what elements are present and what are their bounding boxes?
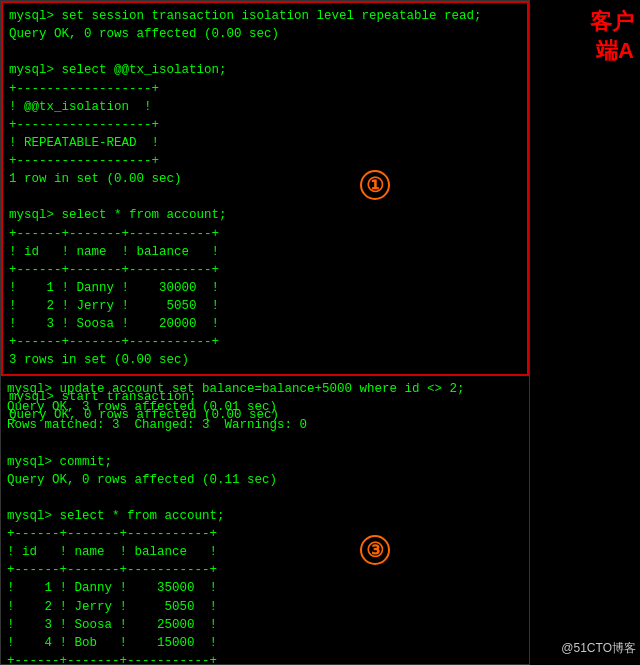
- terminal-line: +------+-------+-----------+: [9, 225, 521, 243]
- main-container: mysql> set session transaction isolation…: [0, 0, 640, 665]
- terminal-line: ! @@tx_isolation !: [9, 98, 521, 116]
- terminal-line: mysql> select * from account;: [7, 507, 523, 525]
- terminal-line: ! 1 ! Danny ! 30000 !: [9, 279, 521, 297]
- terminal-line: mysql> select * from account;: [9, 206, 521, 224]
- terminal-line: [7, 489, 523, 507]
- circle-label-3: ③: [360, 535, 390, 565]
- bottom-terminal-output: mysql> update account set balance=balanc…: [7, 380, 523, 665]
- terminal-line: [9, 188, 521, 206]
- terminal-line: Rows matched: 3 Changed: 3 Warnings: 0: [7, 416, 523, 434]
- terminal-line: ! id ! name ! balance !: [9, 243, 521, 261]
- terminal-line: +------+-------+-----------+: [7, 561, 523, 579]
- terminal-line: Query OK, 0 rows affected (0.00 sec): [9, 25, 521, 43]
- terminal-line: ! 2 ! Jerry ! 5050 !: [7, 598, 523, 616]
- terminal-area: mysql> set session transaction isolation…: [0, 0, 530, 665]
- terminal-line: ! 3 ! Soosa ! 25000 !: [7, 616, 523, 634]
- terminal-line: Query OK, 0 rows affected (0.11 sec): [7, 471, 523, 489]
- terminal-line: +------+-------+-----------+: [9, 261, 521, 279]
- terminal-line: 3 rows in set (0.00 sec): [9, 351, 521, 369]
- sidebar-title: 客户 端A: [590, 8, 634, 65]
- terminal-line: +------------------+: [9, 116, 521, 134]
- terminal-line: mysql> update account set balance=balanc…: [7, 380, 523, 398]
- terminal-line: +------------------+: [9, 80, 521, 98]
- sidebar-title-line1: 客户: [590, 9, 634, 34]
- terminal-section-bottom: mysql> update account set balance=balanc…: [1, 376, 529, 665]
- terminal-line: mysql> commit;: [7, 453, 523, 471]
- terminal-line: ! 1 ! Danny ! 35000 !: [7, 579, 523, 597]
- terminal-line: +------+-------+-----------+: [9, 333, 521, 351]
- terminal-line: mysql> set session transaction isolation…: [9, 7, 521, 25]
- terminal-line: 1 row in set (0.00 sec): [9, 170, 521, 188]
- terminal-line: ! REPEATABLE-READ !: [9, 134, 521, 152]
- terminal-line: ! id ! name ! balance !: [7, 543, 523, 561]
- circle-label-1: ①: [360, 170, 390, 200]
- terminal-line: +------------------+: [9, 152, 521, 170]
- terminal-line: Query OK, 3 rows affected (0.01 sec): [7, 398, 523, 416]
- top-terminal-output: mysql> set session transaction isolation…: [9, 7, 521, 424]
- terminal-line: ! 3 ! Soosa ! 20000 !: [9, 315, 521, 333]
- terminal-line: [9, 43, 521, 61]
- terminal-line: ! 4 ! Bob ! 15000 !: [7, 634, 523, 652]
- terminal-line: +------+-------+-----------+: [7, 652, 523, 665]
- terminal-line: [7, 434, 523, 452]
- sidebar-title-line2: 端A: [596, 38, 634, 63]
- terminal-line: ! 2 ! Jerry ! 5050 !: [9, 297, 521, 315]
- sidebar: 客户 端A @51CTO博客: [530, 0, 640, 665]
- terminal-section-top: mysql> set session transaction isolation…: [1, 1, 529, 376]
- terminal-line: +------+-------+-----------+: [7, 525, 523, 543]
- terminal-line: mysql> select @@tx_isolation;: [9, 61, 521, 79]
- watermark: @51CTO博客: [561, 640, 636, 657]
